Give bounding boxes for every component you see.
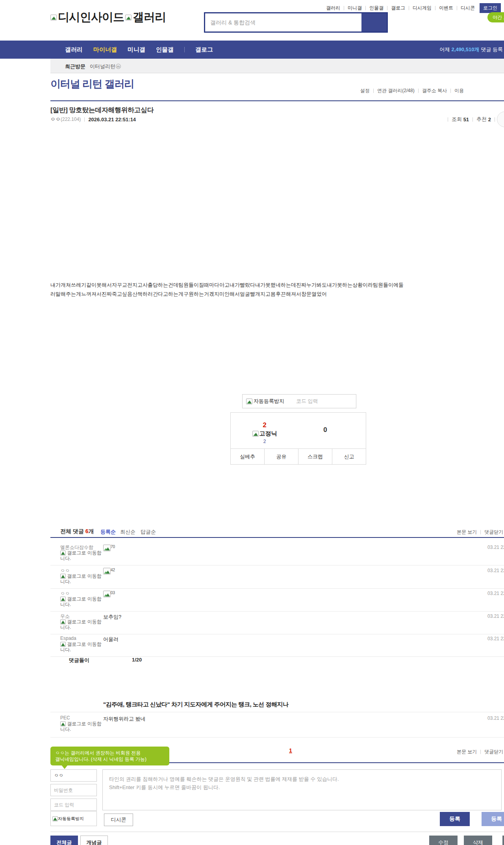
sort-registered-tab[interactable]: 등록순 [100, 528, 116, 536]
ad-headline[interactable]: "김주애, 탱크타고 신났다" 차기 지도자에게 주어지는 탱크, 노선 정해지… [103, 701, 288, 708]
tab-all-posts[interactable]: 전체글 [50, 836, 78, 845]
broken-image-icon [252, 431, 259, 437]
post-body-line2: 러말해주는게느껴져서진짜죽고싶음산책하러간다고하는게구원하는거겠지미안해서얼굴빨… [50, 289, 503, 298]
comment-author[interactable]: PEC [60, 715, 70, 721]
related-galleries-link[interactable]: 연관 갤러리(2/48) [377, 87, 415, 94]
gallog-link[interactable]: 갤로그로 이동합니다. [60, 641, 106, 652]
top-utility-bar: 갤러리 미니갤 인물갤 갤로그 디시게임 이벤트 디시콘 로그인 [326, 3, 501, 13]
util-link-persongall[interactable]: 인물갤 [369, 5, 384, 11]
view-post-link[interactable]: 본문 보기 [457, 529, 477, 536]
search-input[interactable] [205, 13, 362, 32]
password-input[interactable] [50, 784, 97, 796]
captcha-code-input[interactable]: 코드 입력 [296, 398, 318, 405]
util-link-gallery[interactable]: 갤러리 [326, 5, 340, 11]
comment-time: 03.21 22 [487, 545, 504, 550]
comment-author[interactable]: Espada [60, 636, 76, 641]
vote-box: 2 고정닉 2 0 실베추 공유 스크랩 신고 [230, 412, 366, 465]
breadcrumb-gallery-link[interactable]: 이터널리턴m [90, 63, 121, 70]
comment-time: 03.21 22 [487, 715, 504, 721]
views-value: 51 [463, 117, 469, 122]
copy-gallery-url-link[interactable]: 갤주소 복사 [422, 87, 447, 94]
code-input[interactable] [50, 799, 97, 811]
delete-post-button[interactable]: 삭제 [464, 836, 492, 845]
comment-bubble-icon[interactable] [497, 111, 504, 127]
submit-comment-button-secondary[interactable]: 등록 [482, 812, 504, 826]
post-date: 2026.03.21 22:51:14 [88, 117, 136, 122]
captcha-broken-image-icon [246, 398, 252, 404]
downvote-count[interactable]: 0 [309, 426, 341, 434]
comment-counter: 어제 2,490,510개 댓글 등록 [440, 41, 503, 59]
captcha-broken-image-icon [52, 816, 58, 821]
scrap-button[interactable]: 스크랩 [298, 449, 332, 464]
comment-textarea[interactable]: 타인의 권리를 침해하거나 명예를 훼손하는 댓글은 운영원칙 및 관련 법률에… [102, 769, 502, 810]
sort-newest-tab[interactable]: 최신순 [120, 528, 135, 536]
submit-comment-button[interactable]: 등록 [440, 812, 470, 826]
util-link-dccon[interactable]: 디시콘 [461, 5, 475, 11]
clipped-button[interactable] [502, 836, 504, 845]
util-link-gallog[interactable]: 갤로그 [391, 5, 405, 11]
recent-visit-label[interactable]: 최근방문 [65, 63, 85, 70]
post-author[interactable]: ㅇㅇ [50, 116, 61, 123]
nav-item-gallog[interactable]: 갤로그 [195, 46, 213, 54]
edit-post-button[interactable]: 수정 [429, 836, 458, 845]
view-post-link[interactable]: 본문 보기 [457, 749, 477, 755]
util-link-event[interactable]: 이벤트 [439, 5, 453, 11]
site-logo[interactable]: 디시인사이드 갤러리 [50, 9, 166, 25]
settings-link[interactable]: 설정 [360, 87, 370, 94]
comment-image: 03 [103, 591, 115, 597]
nav-item-gallery[interactable]: 갤러리 [65, 46, 83, 54]
dccon-broken-image-icon [103, 591, 111, 597]
post-body: 내가개쳐쓰레기같이못해서자꾸교전지고사출당하는건데팀원들이질때마다아고내가빨랐다… [50, 280, 503, 298]
nav-item-minorgall[interactable]: 마이너갤 [93, 46, 117, 54]
gallog-link[interactable]: 갤로그로 이동합니다. [60, 550, 106, 561]
broken-image-icon [60, 721, 66, 726]
comment-text: 자위행위라고 봤네 [103, 715, 146, 723]
page: 갤러리 미니갤 인물갤 갤로그 디시게임 이벤트 디시콘 로그인 야간 모드 디… [0, 0, 504, 845]
gallog-link[interactable]: 갤로그로 이동합니다. [60, 721, 106, 732]
share-button[interactable]: 공유 [264, 449, 298, 464]
dccon-button[interactable]: 디시콘 [104, 813, 133, 826]
gallog-link[interactable]: 갤로그로 이동합니다. [60, 573, 106, 584]
upvote-subcount: 2 [231, 439, 298, 444]
post-body-line1: 내가개쳐쓰레기같이못해서자꾸교전지고사출당하는건데팀원들이질때마다아고내가빨랐다… [50, 280, 503, 289]
main-nav: 갤러리 마이너갤 미니갤 인물갤 갤로그 어제 2,490,510개 댓글 등록 [0, 41, 504, 59]
logo-text-dcinside: 디시인사이드 [58, 9, 124, 25]
login-button[interactable]: 로그인 [480, 3, 501, 13]
comment-row: ㅇㅇ 갤로그로 이동합니다. 03 03.21 22 [50, 589, 504, 612]
gallog-link[interactable]: 갤로그로 이동합니다. [60, 619, 106, 630]
comments-header-links: 본문 보기 댓글닫기 [457, 529, 504, 536]
broken-image-icon [60, 574, 66, 579]
comment-notice-line2: Shift+Enter 키를 동시에 누르면 줄바꿈이 됩니다. [109, 783, 495, 791]
night-mode-button[interactable]: 야간 모드 [487, 12, 504, 22]
gallog-link[interactable]: 갤로그로 이동합니다. [60, 596, 106, 607]
search-button[interactable] [361, 13, 387, 32]
footer-divider [50, 832, 504, 832]
util-link-dcgame[interactable]: 디시게임 [413, 5, 432, 11]
close-comments-link[interactable]: 댓글닫기 [484, 529, 503, 536]
sort-reply-tab[interactable]: 답글순 [141, 528, 156, 536]
usage-guide-link[interactable]: 이용 [454, 87, 464, 94]
comments-page-1[interactable]: 1 [284, 747, 298, 754]
nav-item-persongall[interactable]: 인물갤 [156, 46, 174, 54]
comment-row: 우소 갤로그로 이동합니다. 보추임? 03.21 22 [50, 612, 504, 634]
nickname-input[interactable] [50, 769, 97, 782]
breadcrumb: 최근방문 이터널리턴m [50, 59, 504, 73]
close-comments-link[interactable]: 댓글닫기 [484, 749, 503, 755]
util-link-minigall[interactable]: 미니갤 [348, 5, 362, 11]
comments-header: 전체 댓글 6개 등록순 최신순 답글순 본문 보기 댓글닫기 [50, 527, 504, 537]
post-meta: ㅇㅇ (222.104) 2026.03.21 22:51:14 [50, 116, 136, 123]
nickname-tooltip: ㅇㅇ는 갤러리에서 권장하는 비회원 전용 갤닉네임입니다. (삭제 시 닉네임… [50, 747, 169, 765]
silbechu-button[interactable]: 실베추 [231, 449, 264, 464]
recommend-label: 추천 [476, 116, 487, 123]
tab-best-posts[interactable]: 개념글 [80, 836, 108, 845]
dccon-broken-image-icon [103, 568, 111, 574]
views-label: 조회 [452, 116, 462, 123]
gallery-header-links: 설정 연관 갤러리(2/48) 갤주소 복사 이용 [360, 87, 464, 94]
comment-bot-pagination[interactable]: 1/20 [132, 657, 142, 663]
broken-image-icon [60, 642, 66, 647]
gallery-title[interactable]: 이터널 리턴 갤러리 [50, 77, 134, 91]
nav-item-minigall[interactable]: 미니갤 [128, 46, 145, 54]
broken-image-icon [125, 15, 132, 20]
upvote-count[interactable]: 2 [231, 421, 298, 429]
report-button[interactable]: 신고 [332, 449, 366, 464]
